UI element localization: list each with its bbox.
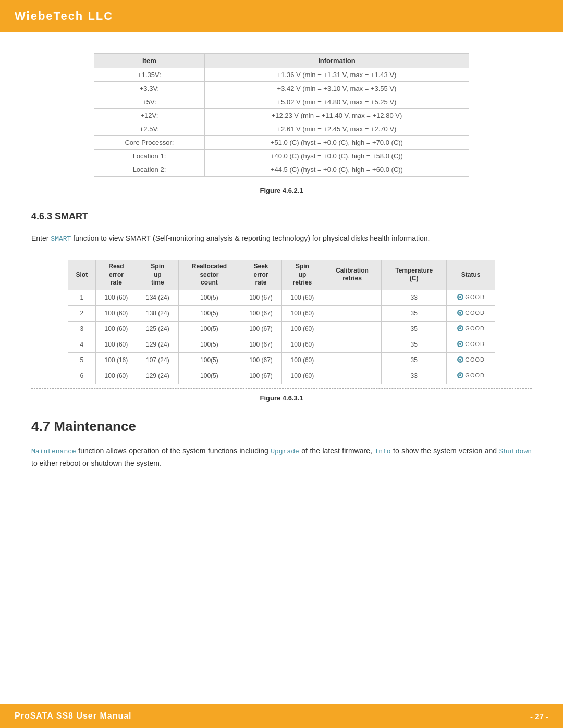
th-reallocated: Reallocatedsectorcount <box>178 260 240 290</box>
smart-calib <box>323 352 382 368</box>
smart-status: GOOD <box>447 305 495 321</box>
status-circle-icon <box>457 325 464 332</box>
smart-status: GOOD <box>447 321 495 337</box>
smart-spin-ret: 100 (60) <box>282 305 323 321</box>
status-circle-icon <box>457 356 464 363</box>
smart-spin-up: 129 (24) <box>137 368 178 384</box>
table-row: +2.5V:+2.61 V (min = +2.45 V, max = +2.7… <box>94 122 469 136</box>
smart-seek: 100 (67) <box>240 305 282 321</box>
status-circle-icon <box>457 293 464 301</box>
smart-seek: 100 (67) <box>240 321 282 337</box>
smart-slot: 5 <box>68 352 96 368</box>
smart-read: 100 (60) <box>95 290 137 305</box>
smart-temp: 35 <box>381 337 446 352</box>
smart-status: GOOD <box>447 290 495 305</box>
status-circle-icon <box>457 340 464 348</box>
good-icon: GOOD <box>457 293 485 301</box>
section-47: 4.7 Maintenance Maintenance function all… <box>31 418 532 470</box>
sensor-table: Item Information +1.35V:+1.36 V (min = +… <box>94 53 469 177</box>
smart-read: 100 (60) <box>95 368 137 384</box>
smart-spin-ret: 100 (60) <box>282 368 323 384</box>
smart-temp: 35 <box>381 305 446 321</box>
svg-point-14 <box>459 359 461 361</box>
good-label: GOOD <box>465 372 485 378</box>
status-circle-icon <box>457 372 464 379</box>
smart-realloc: 100(5) <box>178 290 240 305</box>
section-463: 4.6.3 SMART Enter SMART function to view… <box>31 211 532 402</box>
sensor-info: +1.36 V (min = +1.31 V, max = +1.43 V) <box>204 68 469 82</box>
smart-table-container: Slot Readerrorrate Spinuptime Reallocate… <box>68 260 495 384</box>
good-label: GOOD <box>465 325 485 331</box>
smart-slot: 2 <box>68 305 96 321</box>
smart-realloc: 100(5) <box>178 321 240 337</box>
upgrade-keyword: Upgrade <box>271 448 299 455</box>
smart-read: 100 (60) <box>95 321 137 337</box>
th-spin-up: Spinuptime <box>137 260 178 290</box>
status-circle-icon <box>457 309 464 316</box>
smart-slot: 3 <box>68 321 96 337</box>
smart-keyword-inline: SMART <box>51 235 71 243</box>
smart-calib <box>323 337 382 352</box>
smart-slot: 1 <box>68 290 96 305</box>
sensor-item: +12V: <box>94 109 205 122</box>
maintenance-keyword: Maintenance <box>31 448 76 455</box>
sensor-info: +40.0 (C) (hyst = +0.0 (C), high = +58.0… <box>204 150 469 163</box>
smart-spin-up: 138 (24) <box>137 305 178 321</box>
page-header: WiebeTech LLC <box>0 0 563 32</box>
good-label: GOOD <box>465 310 485 316</box>
table-row: 6100 (60)129 (24)100(5)100 (67)100 (60)3… <box>68 368 495 384</box>
smart-table: Slot Readerrorrate Spinuptime Reallocate… <box>68 260 495 384</box>
col-item: Item <box>94 54 205 68</box>
smart-spin-up: 107 (24) <box>137 352 178 368</box>
smart-spin-ret: 100 (60) <box>282 290 323 305</box>
table-row: +5V:+5.02 V (min = +4.80 V, max = +5.25 … <box>94 95 469 109</box>
good-icon: GOOD <box>457 372 485 379</box>
good-label: GOOD <box>465 341 485 347</box>
sensor-info: +51.0 (C) (hyst = +0.0 (C), high = +70.0… <box>204 136 469 150</box>
smart-temp: 35 <box>381 321 446 337</box>
good-icon: GOOD <box>457 309 485 316</box>
th-seek-error: Seekerrorrate <box>240 260 282 290</box>
good-label: GOOD <box>465 294 485 300</box>
table-row: +1.35V:+1.36 V (min = +1.31 V, max = +1.… <box>94 68 469 82</box>
table-row: +12V:+12.23 V (min = +11.40 V, max = +12… <box>94 109 469 122</box>
smart-calib <box>323 290 382 305</box>
dashed-divider-2 <box>31 388 532 389</box>
sensor-item: +1.35V: <box>94 68 205 82</box>
table-row: 4100 (60)129 (24)100(5)100 (67)100 (60)3… <box>68 337 495 352</box>
page-footer: ProSATA SS8 User Manual - 27 - <box>0 704 563 728</box>
smart-slot: 4 <box>68 337 96 352</box>
sensor-info: +2.61 V (min = +2.45 V, max = +2.70 V) <box>204 122 469 136</box>
svg-point-11 <box>459 343 461 345</box>
footer-page-number: - 27 - <box>530 712 548 721</box>
svg-point-17 <box>459 374 461 376</box>
sensor-item: +3.3V: <box>94 82 205 95</box>
smart-seek: 100 (67) <box>240 368 282 384</box>
smart-temp: 33 <box>381 290 446 305</box>
table-row: 3100 (60)125 (24)100(5)100 (67)100 (60)3… <box>68 321 495 337</box>
good-icon: GOOD <box>457 340 485 348</box>
svg-point-5 <box>459 312 461 314</box>
th-calibration: Calibrationretries <box>323 260 382 290</box>
sensor-info: +12.23 V (min = +11.40 V, max = +12.80 V… <box>204 109 469 122</box>
sensor-item: +5V: <box>94 95 205 109</box>
col-information: Information <box>204 54 469 68</box>
th-temperature: Temperature(C) <box>381 260 446 290</box>
table-row: 1100 (60)134 (24)100(5)100 (67)100 (60)3… <box>68 290 495 305</box>
smart-seek: 100 (67) <box>240 352 282 368</box>
svg-point-8 <box>459 327 461 329</box>
th-slot: Slot <box>68 260 96 290</box>
smart-temp: 35 <box>381 352 446 368</box>
smart-read: 100 (60) <box>95 337 137 352</box>
section-47-text: Maintenance function allows operation of… <box>31 445 532 470</box>
smart-spin-ret: 100 (60) <box>282 337 323 352</box>
main-content: Item Information +1.35V:+1.36 V (min = +… <box>0 32 563 526</box>
info-keyword: Info <box>374 448 390 455</box>
company-title: WiebeTech LLC <box>15 9 113 22</box>
section-463-text: Enter SMART function to view SMART (Self… <box>31 232 532 245</box>
sensor-item: Location 1: <box>94 150 205 163</box>
th-spin-retries: Spinupretries <box>282 260 323 290</box>
th-read-error: Readerrorrate <box>95 260 137 290</box>
smart-calib <box>323 321 382 337</box>
smart-realloc: 100(5) <box>178 368 240 384</box>
